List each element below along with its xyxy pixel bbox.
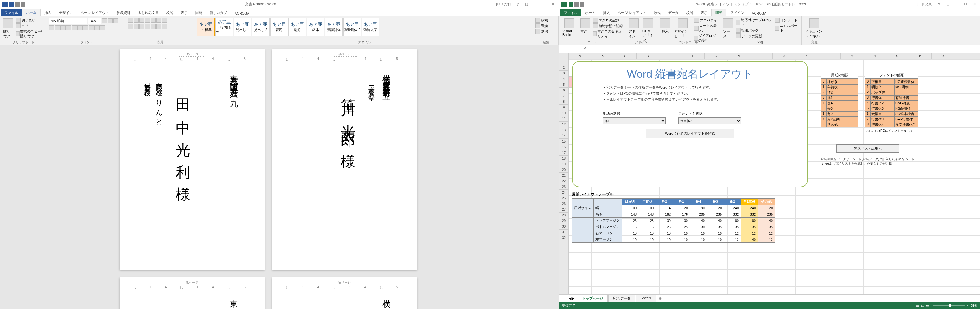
highlight-icon[interactable]: [89, 25, 94, 30]
col-header[interactable]: A: [569, 53, 592, 59]
source-button[interactable]: ソース: [722, 18, 734, 39]
grow-font-icon[interactable]: [102, 18, 107, 23]
enclose-icon[interactable]: [100, 25, 105, 30]
col-header[interactable]: I: [750, 53, 773, 59]
table-row[interactable]: 1年賀状: [821, 85, 858, 90]
addins-button[interactable]: アドイン: [627, 18, 640, 39]
style-item[interactable]: あア亜表題: [270, 18, 288, 36]
italic-icon[interactable]: [55, 25, 60, 30]
row-header[interactable]: 10: [559, 110, 568, 116]
shading-icon[interactable]: [156, 24, 161, 29]
font-color-icon[interactable]: [94, 25, 100, 30]
multilevel-icon[interactable]: [139, 18, 144, 23]
col-header[interactable]: J: [773, 53, 795, 59]
row-header[interactable]: 16: [559, 144, 568, 150]
tab-開発[interactable]: 開発: [711, 8, 727, 16]
row-header[interactable]: 15: [559, 139, 568, 144]
table-row[interactable]: 0はがき: [821, 79, 858, 85]
col-header[interactable]: F: [682, 53, 705, 59]
table-row[interactable]: 6角2: [821, 111, 858, 117]
style-item[interactable]: あア亜強調斜体: [325, 18, 343, 36]
style-item[interactable]: あア亜強調斜体 2: [343, 18, 361, 36]
fx-icon[interactable]: fx: [581, 45, 589, 53]
tab-新しいタブ[interactable]: 新しいタブ: [206, 9, 231, 16]
font-name-select[interactable]: [49, 18, 87, 24]
quick-access[interactable]: [569, 2, 584, 6]
row-header[interactable]: 18: [559, 156, 568, 162]
tab-ページ レイアウト[interactable]: ページ レイアウト: [76, 9, 113, 16]
insert-control-button[interactable]: 挿入: [659, 18, 671, 34]
row-header[interactable]: 2: [559, 65, 568, 70]
row-header[interactable]: 7: [559, 93, 568, 99]
word-user[interactable]: 田中 光利: [496, 2, 511, 6]
close-icon[interactable]: ✕: [549, 2, 557, 7]
row-header[interactable]: 24: [559, 190, 568, 195]
col-header[interactable]: H: [727, 53, 750, 59]
minimize-icon[interactable]: —: [953, 2, 961, 7]
maximize-icon[interactable]: ☐: [962, 2, 969, 7]
redo-icon[interactable]: [21, 2, 25, 6]
column-headers[interactable]: ABCDEFGHIJKLMNOPQ: [569, 53, 980, 59]
row-header[interactable]: 32: [559, 235, 568, 241]
properties-button[interactable]: プロパティ: [694, 18, 718, 23]
tab-ファイル[interactable]: ファイル: [1, 9, 22, 16]
select-button[interactable]: 選択: [535, 29, 548, 34]
table-row[interactable]: 5長3: [821, 106, 858, 111]
help-icon[interactable]: ?: [935, 2, 943, 7]
tab-差し込み文書[interactable]: 差し込み文書: [134, 9, 162, 16]
shrink-font-icon[interactable]: [108, 18, 113, 23]
row-header[interactable]: 13: [559, 127, 568, 133]
line-spacing-icon[interactable]: [151, 24, 156, 29]
row-header[interactable]: 28: [559, 213, 568, 218]
zoom-control[interactable]: − + 95%: [929, 304, 977, 307]
tab-校閲[interactable]: 校閲: [162, 9, 177, 16]
table-row[interactable]: 3行書体有澤行書: [865, 95, 918, 101]
table-row[interactable]: 2ポップ体: [865, 90, 918, 95]
edit-list-button[interactable]: 宛名リスト編集へ: [837, 144, 899, 153]
minimize-icon[interactable]: —: [531, 2, 539, 7]
tab-参考資料[interactable]: 参考資料: [113, 9, 134, 16]
borders-icon[interactable]: [162, 24, 167, 29]
table-row[interactable]: 7角2三栄: [821, 117, 858, 122]
view-normal-icon[interactable]: ▦: [916, 304, 919, 308]
sheet-nav-last[interactable]: ▶: [572, 296, 574, 301]
export-button[interactable]: エクスポート: [775, 23, 800, 33]
indent-inc-icon[interactable]: [151, 18, 156, 23]
record-macro-button[interactable]: マクロの記録: [593, 18, 623, 23]
zoom-value[interactable]: 95%: [970, 304, 977, 307]
layout-data-table[interactable]: はがき年賀状洋2洋1長4長3角2角2三栄その他用紙サイズ幅10010011412…: [572, 199, 775, 243]
worksheet[interactable]: 1234567891011121314151617181920212223242…: [559, 53, 980, 295]
save-icon[interactable]: [569, 2, 573, 6]
view-code-button[interactable]: コードの表示: [694, 23, 718, 33]
text-effects-icon[interactable]: [83, 25, 88, 30]
row-header[interactable]: 26: [559, 201, 568, 207]
table-row[interactable]: 6太楷書SO飾宋楷書: [865, 111, 918, 117]
row-header[interactable]: 8: [559, 99, 568, 105]
table-row[interactable]: 5行書体3NB白州行: [865, 106, 918, 111]
sheet-tab[interactable]: 宛名データ: [608, 295, 635, 302]
col-header[interactable]: D: [637, 53, 659, 59]
font-select[interactable]: 行書体2: [678, 117, 741, 124]
row-header[interactable]: 3: [559, 70, 568, 76]
tab-挿入[interactable]: 挿入: [599, 9, 614, 16]
show-marks-icon[interactable]: [162, 18, 167, 23]
tab-ACROBAT[interactable]: ACROBAT: [231, 10, 255, 16]
col-header[interactable]: L: [818, 53, 841, 59]
undo-icon[interactable]: [574, 2, 579, 6]
view-break-icon[interactable]: ▭: [926, 304, 929, 308]
row-header[interactable]: 9: [559, 105, 568, 110]
row-header[interactable]: 20: [559, 167, 568, 173]
table-row[interactable]: 0正楷書HG正楷書体: [865, 79, 918, 85]
style-item[interactable]: あア亜見出し 2: [252, 18, 270, 36]
start-layout-button[interactable]: Wordに宛名のレイアウトを開始: [646, 129, 734, 138]
find-button[interactable]: 検索: [535, 18, 548, 23]
tab-表示[interactable]: 表示: [177, 9, 191, 16]
tab-開発[interactable]: 開発: [191, 9, 206, 16]
visual-basic-button[interactable]: Visual Basic: [561, 18, 578, 37]
col-header[interactable]: C: [614, 53, 637, 59]
align-center-icon[interactable]: [134, 24, 138, 29]
style-item[interactable]: あア亜見出し 1: [234, 18, 251, 36]
tab-表示[interactable]: 表示: [697, 9, 711, 16]
style-gallery[interactable]: あア亜→ 標準あア亜→ 行間詰めあア亜見出し 1あア亜見出し 2あア亜表題あア亜…: [197, 18, 379, 38]
tab-ホーム[interactable]: ホーム: [22, 8, 41, 16]
